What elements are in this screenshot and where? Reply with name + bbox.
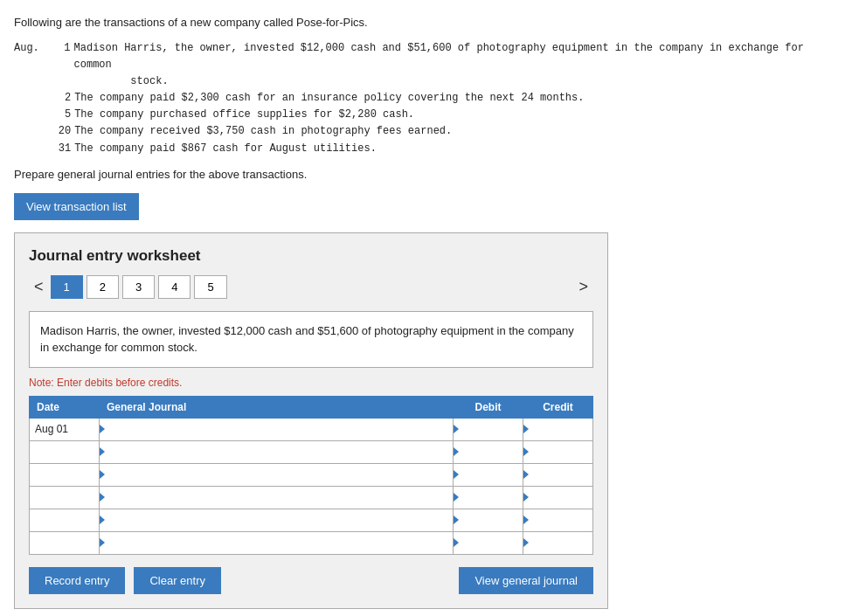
tx-text-31: The company paid $867 cash for August ut…: [74, 141, 377, 157]
table-row: [30, 531, 593, 554]
credit-cell-2[interactable]: [523, 440, 593, 463]
gj-input-6[interactable]: [103, 536, 449, 549]
credit-input-6[interactable]: [527, 536, 589, 549]
date-cell-5: [30, 509, 100, 531]
debit-input-2[interactable]: [457, 446, 519, 458]
credit-cell-4[interactable]: [523, 486, 593, 509]
record-entry-button[interactable]: Record entry: [29, 567, 125, 594]
view-general-journal-button[interactable]: View general journal: [459, 567, 593, 594]
credit-cell-3[interactable]: [523, 463, 593, 486]
debit-cell-6[interactable]: [454, 531, 523, 554]
gj-input-3[interactable]: [103, 468, 449, 481]
gj-input-1[interactable]: [103, 423, 449, 435]
tab-prev-button[interactable]: <: [29, 278, 49, 296]
table-row: [30, 440, 593, 463]
tx-text-2: The company paid $2,300 cash for an insu…: [74, 90, 584, 107]
debit-input-5[interactable]: [457, 514, 519, 526]
action-buttons-row: Record entry Clear entry View general jo…: [29, 567, 593, 594]
credit-input-5[interactable]: [527, 514, 589, 526]
debit-input-3[interactable]: [457, 468, 519, 481]
date-cell-2: [30, 440, 100, 463]
table-row: [30, 486, 593, 509]
col-header-credit: Credit: [523, 396, 593, 418]
credit-input-1[interactable]: [527, 423, 589, 435]
tab-next-button[interactable]: >: [573, 278, 593, 296]
col-header-debit: Debit: [454, 396, 523, 418]
tx-text-5: The company purchased office supplies fo…: [74, 107, 414, 123]
date-value-1: Aug 01: [35, 423, 68, 435]
tx-text-20: The company received $3,750 cash in phot…: [74, 123, 452, 140]
credit-input-2[interactable]: [527, 446, 589, 458]
tx-text-1: Madison Harris, the owner, invested $12,…: [74, 40, 831, 91]
gj-cell-6[interactable]: [100, 531, 454, 554]
gj-input-4[interactable]: [103, 491, 449, 503]
gj-cell-1[interactable]: [100, 418, 454, 440]
debit-input-4[interactable]: [457, 491, 519, 503]
headline: Following are the transactions of a new …: [14, 14, 831, 31]
debit-cell-2[interactable]: [454, 440, 523, 463]
prepare-text: Prepare general journal entries for the …: [14, 168, 831, 181]
credit-input-4[interactable]: [527, 491, 589, 503]
tab-1-button[interactable]: 1: [51, 275, 83, 299]
table-row: [30, 509, 593, 531]
gj-cell-5[interactable]: [100, 509, 454, 531]
gj-input-2[interactable]: [103, 446, 449, 458]
tx-num-1: 1: [46, 40, 70, 91]
gj-cell-3[interactable]: [100, 463, 454, 486]
journal-entry-worksheet: Journal entry worksheet < 1 2 3 4 5 > Ma…: [14, 232, 608, 609]
date-cell-6: [30, 531, 100, 554]
tabs-row: < 1 2 3 4 5 >: [29, 275, 593, 299]
debit-cell-5[interactable]: [454, 509, 523, 531]
debit-input-6[interactable]: [457, 536, 519, 549]
tab-4-button[interactable]: 4: [158, 275, 190, 299]
tab-3-button[interactable]: 3: [122, 275, 155, 299]
credit-cell-1[interactable]: [523, 418, 593, 440]
credit-cell-5[interactable]: [523, 509, 593, 531]
tx-num-31: 31: [46, 141, 71, 157]
date-cell-1: Aug 01: [30, 418, 100, 440]
gj-cell-4[interactable]: [100, 486, 454, 509]
table-row: [30, 463, 593, 486]
clear-entry-button[interactable]: Clear entry: [134, 567, 221, 594]
aug-label: Aug.: [14, 40, 46, 157]
credit-cell-6[interactable]: [523, 531, 593, 554]
worksheet-title: Journal entry worksheet: [29, 247, 593, 265]
debit-cell-3[interactable]: [454, 463, 523, 486]
debit-input-1[interactable]: [457, 423, 519, 435]
transaction-description-text: Madison Harris, the owner, invested $12,…: [40, 324, 574, 355]
journal-table: Date General Journal Debit Credit Aug 01: [29, 396, 593, 555]
gj-input-5[interactable]: [103, 514, 449, 526]
tx-num-5: 5: [46, 107, 71, 123]
date-cell-3: [30, 463, 100, 486]
tab-2-button[interactable]: 2: [87, 275, 119, 299]
credit-input-3[interactable]: [527, 468, 589, 481]
intro-section: Following are the transactions of a new …: [14, 14, 831, 181]
note-text: Note: Enter debits before credits.: [29, 377, 593, 389]
transaction-list: Aug. 1 Madison Harris, the owner, invest…: [14, 40, 831, 157]
col-header-date: Date: [30, 396, 100, 418]
col-header-gj: General Journal: [100, 396, 454, 418]
table-row: Aug 01: [30, 418, 593, 440]
debit-cell-4[interactable]: [454, 486, 523, 509]
debit-cell-1[interactable]: [454, 418, 523, 440]
tx-num-20: 20: [46, 123, 71, 140]
date-cell-4: [30, 486, 100, 509]
view-transaction-list-button[interactable]: View transaction list: [14, 193, 139, 220]
tab-5-button[interactable]: 5: [194, 275, 226, 299]
tx-num-2: 2: [46, 90, 71, 107]
transaction-description: Madison Harris, the owner, invested $12,…: [29, 311, 593, 368]
gj-cell-2[interactable]: [100, 440, 454, 463]
